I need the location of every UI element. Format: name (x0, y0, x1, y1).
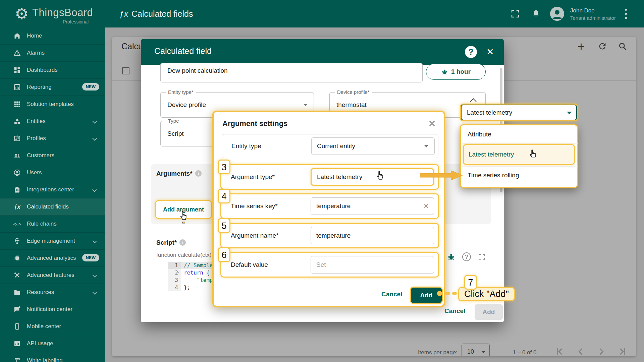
fullscreen-icon[interactable] (478, 253, 486, 262)
sidebar-item-alarms[interactable]: Alarms (0, 45, 105, 62)
sidebar-item-advanced-analytics[interactable]: Advanced analyticsNEW (0, 250, 105, 267)
modal-add-button-disabled[interactable]: Add (475, 304, 503, 320)
sidebar-item-notification-center[interactable]: Notification center (0, 301, 105, 318)
home-icon (13, 32, 21, 40)
step-badge-6: 6 (218, 247, 230, 262)
sidebar-item-users[interactable]: Users (0, 164, 105, 181)
connector-dash (452, 292, 457, 295)
sidebar-item-label: Solution templates (27, 101, 74, 108)
default-value-input[interactable]: Set (311, 256, 434, 274)
sidebar-item-api-usage[interactable]: API usage (0, 335, 105, 352)
sidebar-item-edge-management[interactable]: Edge management (0, 233, 105, 250)
sidebar-item-home[interactable]: Home (0, 27, 105, 45)
entity-type-select[interactable]: Current entity (311, 137, 435, 155)
kebab-menu-icon[interactable] (624, 8, 628, 21)
argument-type-options-panel: Attribute Latest telemetry Time series r… (460, 124, 578, 188)
hand-cursor-icon (178, 210, 189, 224)
sidebar-item-label: Profiles (27, 135, 46, 142)
sidebar-item-integrations-center[interactable]: Integrations center (0, 181, 105, 198)
alarms-icon (13, 49, 21, 57)
resources-icon (13, 288, 21, 297)
mobile-center-icon (13, 322, 21, 331)
calculated-fields-icon: ƒx (13, 202, 21, 211)
sidebar-item-label: Edge management (27, 238, 75, 244)
logo-title: ThingsBoard (32, 7, 93, 19)
sidebar-item-customers[interactable]: Customers (0, 147, 105, 164)
thingsboard-logo-icon: ⚙ (15, 5, 29, 23)
argument-type-open-select[interactable]: Latest telemetry (460, 104, 578, 121)
info-icon: i (179, 239, 186, 246)
user-name: John Doe (570, 7, 595, 14)
entities-icon (13, 117, 21, 126)
profiles-icon (13, 134, 21, 143)
sidebar-item-label: Advanced features (27, 272, 74, 279)
clear-icon[interactable]: ✕ (423, 202, 429, 210)
sidebar-item-label: Notification center (27, 306, 72, 313)
sidebar-item-white-labeling[interactable]: White labeling (0, 352, 105, 362)
type-value: Script (167, 130, 184, 137)
dialog-cancel-button[interactable]: Cancel (381, 291, 402, 298)
sidebar-item-profiles[interactable]: Profiles (0, 130, 105, 147)
solution-templates-icon (13, 100, 21, 109)
sidebar-item-label: Dashboards (27, 67, 58, 73)
row-label: Entity type (231, 142, 261, 150)
sidebar-item-dashboards[interactable]: Dashboards (0, 62, 105, 79)
sidebar-item-label: Users (27, 169, 42, 176)
chevron-down-icon (92, 187, 97, 192)
sidebar-item-entities[interactable]: Entities (0, 113, 105, 130)
type-label: Type (166, 118, 181, 124)
time-series-key-input[interactable]: temperature ✕ (311, 197, 434, 215)
sidebar-item-label: Alarms (27, 50, 45, 56)
option-time-series-rolling[interactable]: Time series rolling (468, 172, 519, 179)
sidebar-item-label: Resources (27, 289, 54, 296)
sidebar-item-calculated-fields[interactable]: ƒxCalculated fields (0, 198, 105, 216)
sidebar-item-solution-templates[interactable]: Solution templates (0, 96, 105, 113)
white-labeling-icon (13, 356, 21, 362)
selected-value: Latest telemetry (467, 109, 512, 116)
sidebar-item-advanced-features[interactable]: Advanced features (0, 267, 105, 284)
step-badge-5: 5 (218, 218, 230, 233)
modal-title: Calculated field (154, 46, 212, 56)
name-field[interactable]: Dew point calculation (160, 63, 423, 82)
row-value: temperature (316, 202, 351, 210)
argument-type-select[interactable]: Latest telemetry (311, 168, 434, 186)
sidebar-item-resources[interactable]: Resources (0, 284, 105, 301)
help-icon[interactable]: ? (465, 46, 477, 58)
close-icon[interactable]: ✕ (428, 119, 436, 129)
fullscreen-icon[interactable] (510, 9, 520, 20)
option-latest-telemetry[interactable]: Latest telemetry (463, 144, 575, 165)
avatar[interactable] (550, 7, 564, 21)
sidebar-item-label: Advanced analytics (27, 255, 76, 261)
default-value-row: Default value Set (220, 252, 439, 278)
notifications-bell-icon[interactable] (531, 9, 541, 20)
sidebar-item-label: Integrations center (27, 186, 74, 193)
debug-bug-icon[interactable] (447, 252, 455, 262)
close-icon[interactable]: ✕ (486, 47, 494, 57)
new-badge: NEW (82, 254, 99, 261)
sidebar: HomeAlarmsDashboardsReportingNEWSolution… (0, 27, 105, 362)
argument-name-row: Argument name* temperature (220, 223, 439, 248)
entity-type-label: Entity type* (166, 89, 196, 95)
duration-chip[interactable]: 1 hour (426, 64, 486, 80)
customers-icon (13, 151, 21, 160)
sidebar-item-label: Rule chains (27, 221, 57, 227)
sidebar-item-rule-chains[interactable]: <··>Rule chains (0, 216, 105, 233)
advanced-analytics-icon (13, 254, 21, 262)
step-badge-3: 3 (218, 160, 230, 174)
top-bar: ⚙ ThingsBoard Professional ƒx Calculated… (0, 0, 644, 27)
argument-name-input[interactable]: temperature (311, 227, 434, 244)
connector-dash (445, 292, 450, 295)
modal-cancel-button[interactable]: Cancel (444, 307, 465, 315)
calculated-fields-icon: ƒx (119, 9, 128, 19)
help-icon[interactable]: ? (462, 252, 471, 261)
rule-chains-icon: <··> (13, 220, 21, 228)
sidebar-item-label: Customers (27, 152, 54, 159)
dialog-add-button[interactable]: Add (411, 288, 442, 303)
option-attribute[interactable]: Attribute (468, 131, 491, 138)
script-label: Script*i (156, 239, 186, 246)
step-badge-7: 7 (464, 275, 477, 290)
duration-value: 1 hour (451, 68, 471, 75)
sidebar-item-mobile-center[interactable]: Mobile center (0, 318, 105, 335)
sidebar-item-reporting[interactable]: ReportingNEW (0, 79, 105, 96)
chevron-down-icon (92, 119, 97, 123)
